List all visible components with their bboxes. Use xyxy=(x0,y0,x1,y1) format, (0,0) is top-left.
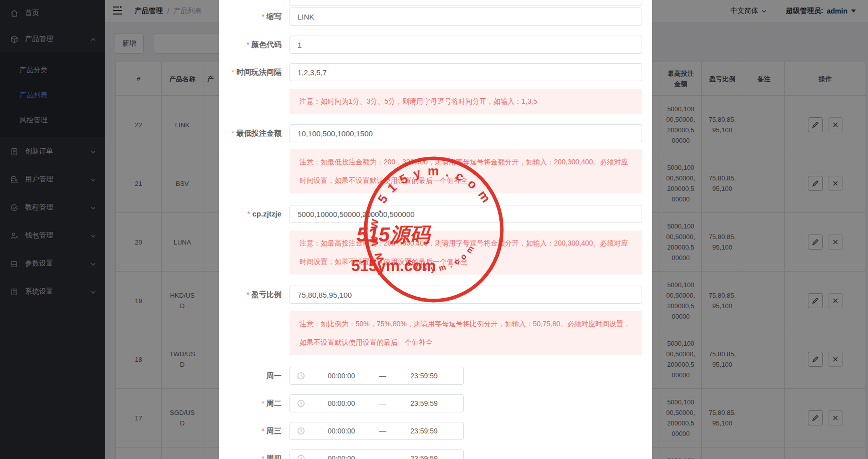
field-label-max-bet: cp.zjtzje xyxy=(219,205,281,223)
clock-icon xyxy=(297,454,305,459)
time-separator: — xyxy=(376,454,390,459)
end-time[interactable]: 23:59:59 xyxy=(390,454,458,459)
field-label-profit-ratio: 盈亏比例 xyxy=(219,286,281,304)
start-time[interactable]: 00:00:00 xyxy=(307,454,376,459)
thursday-time-range-picker[interactable]: 00:00:00 — 23:59:59 xyxy=(290,449,464,459)
monday-time-range-picker[interactable]: 00:00:00 — 23:59:59 xyxy=(290,367,464,385)
field-label-wednesday: 周三 xyxy=(219,422,281,440)
edit-product-dialog: 缩写 颜色代码 时间玩法间隔 注意：如时间为1分、3分、5分，则请用字母逗号将时… xyxy=(219,0,652,459)
start-time[interactable]: 00:00:00 xyxy=(307,427,376,435)
tuesday-time-range-picker[interactable]: 00:00:00 — 23:59:59 xyxy=(290,394,464,412)
form-row-clipped xyxy=(219,0,652,6)
end-time[interactable]: 23:59:59 xyxy=(390,372,458,380)
field-label-time-interval: 时间玩法间隔 xyxy=(219,63,281,81)
time-interval-input[interactable] xyxy=(290,63,642,81)
note-profit-ratio: 注意：如比例为：50%，75%,80%，则请用字母逗号将比例分开，如输入：50,… xyxy=(290,311,642,355)
profit-ratio-input[interactable] xyxy=(290,286,642,304)
form-row-profit-ratio: 盈亏比例 xyxy=(219,286,652,304)
field-label-min-bet: 最低投注金额 xyxy=(219,124,281,142)
form-row-color-code: 颜色代码 xyxy=(219,36,652,54)
field-label-color-code: 颜色代码 xyxy=(219,36,281,54)
end-time[interactable]: 23:59:59 xyxy=(390,399,458,407)
clock-icon xyxy=(297,427,305,435)
time-separator: — xyxy=(376,427,390,435)
min-bet-input[interactable] xyxy=(290,124,642,142)
note-min-bet: 注意：如最低投注金额为：200，300,400，则请用字母逗号将金额分开，如输入… xyxy=(290,149,642,193)
time-separator: — xyxy=(376,399,390,407)
field-label-monday: 周一 xyxy=(219,367,281,385)
wednesday-time-range-picker[interactable]: 00:00:00 — 23:59:59 xyxy=(290,422,464,440)
abbreviation-input[interactable] xyxy=(290,8,642,26)
time-separator: — xyxy=(376,372,390,380)
form-row-thursday: 周四 00:00:00 — 23:59:59 xyxy=(219,449,652,459)
form-row-wednesday: 周三 00:00:00 — 23:59:59 xyxy=(219,422,652,440)
form-row-max-bet: cp.zjtzje xyxy=(219,205,652,223)
note-time-interval: 注意：如时间为1分、3分、5分，则请用字母逗号将时间分开，如输入：1,3,5 xyxy=(290,89,642,114)
start-time[interactable]: 00:00:00 xyxy=(307,372,376,380)
color-code-input[interactable] xyxy=(290,36,642,54)
form-row-time-interval: 时间玩法间隔 xyxy=(219,63,652,81)
form-row-tuesday: 周二 00:00:00 — 23:59:59 xyxy=(219,394,652,412)
field-label-abbreviation: 缩写 xyxy=(219,8,281,26)
form-row-monday: 周一 00:00:00 — 23:59:59 xyxy=(219,367,652,385)
clipped-top-input[interactable] xyxy=(290,0,642,6)
clock-icon xyxy=(297,399,305,407)
clock-icon xyxy=(297,372,305,380)
start-time[interactable]: 00:00:00 xyxy=(307,399,376,407)
note-max-bet: 注意：如最高投注金额为：200，300,400，则请用字母逗号将金额分开，如输入… xyxy=(290,231,642,275)
end-time[interactable]: 23:59:59 xyxy=(390,427,458,435)
max-bet-input[interactable] xyxy=(290,205,642,223)
form-row-min-bet: 最低投注金额 xyxy=(219,124,652,142)
field-label-tuesday: 周二 xyxy=(219,394,281,412)
app-root: 首页 产品管理 产品分类 产品列表 风控管理 创新订单 xyxy=(0,0,868,459)
field-label-thursday: 周四 xyxy=(219,449,281,459)
form-row-abbreviation: 缩写 xyxy=(219,8,652,26)
